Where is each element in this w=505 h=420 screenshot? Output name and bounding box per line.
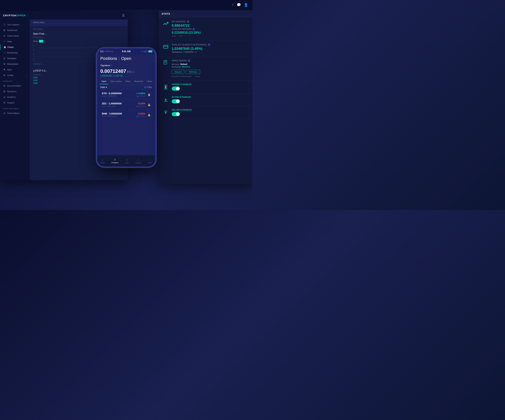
sidebar-item-stats[interactable]: ∿ Stats [0, 39, 30, 44]
carrier-name: HOPPIE [104, 50, 111, 52]
hopper-enabled-content: HOPPER IS ENABLED [172, 83, 249, 91]
sidebar-item-marketplace[interactable]: ⊟ Marketplace [0, 61, 30, 67]
positions-nav-icon: ≡ [114, 158, 116, 161]
these-are-text: These are y... [33, 36, 125, 38]
sidebar-item-backtesting[interactable]: ✓ Backtesting [0, 50, 30, 56]
nav-hoppers[interactable]: ○ Hoppers [135, 158, 142, 164]
sidebar-item-subscriptions[interactable]: ◎ Subscriptions [0, 110, 30, 116]
stats-title: STATS [162, 12, 250, 15]
hopper-arrow-icon: › [111, 64, 112, 67]
nav-positions[interactable]: ≡ Positions [112, 158, 119, 164]
home-nav-label: Home [101, 162, 105, 164]
bnb-coin: BNB · 3.00000000 [102, 112, 136, 115]
sidebar-item-questions[interactable]: ⊟ Questions [0, 89, 30, 94]
phone-bottom-nav: ⌂ Home ≡ Positions ∿ Stats ○ Hoppers ···… [97, 155, 155, 166]
phone-amount: 0.00712407 BTC ∨ 0.00020351 (+3.56 %) [97, 68, 155, 78]
strategies-icon: ◎ [3, 57, 6, 60]
user-icon[interactable]: 👤 [244, 3, 248, 7]
signal-indicator: ▌▌▌ HOPPIE ◈ [100, 50, 113, 52]
sidebar-item-config[interactable]: ⚙ Config › [0, 72, 30, 78]
moon-icon[interactable]: ☽ [231, 3, 234, 7]
desktop-topbar: CRYPTOHOPPER ☰ [0, 11, 128, 19]
phone-time: 9:41 AM [122, 50, 131, 53]
sidebar-item-support[interactable]: ⊟ Support [0, 100, 30, 105]
position-zec[interactable]: ZEC · 1.00000000 Cost: 0.0417800 - 0.24%… [100, 100, 153, 109]
date-filter[interactable]: Date ▾ [100, 86, 107, 88]
chat-icon[interactable]: 💬 [237, 3, 241, 7]
phone-frame: ▌▌▌ HOPPIE ◈ 9:41 AM ✦ 100% Positions | … [96, 47, 156, 167]
btc-invested-info[interactable]: i [187, 20, 189, 23]
btc-returns-info[interactable]: i [192, 28, 195, 31]
sidebar-item-apps[interactable]: ❖ Apps [0, 67, 30, 72]
hoppers-nav-icon: ○ [138, 158, 139, 161]
signal-bars-icon: ▌▌▌ [100, 50, 104, 52]
nav-more[interactable]: ··· More [148, 158, 152, 164]
sidebar-label-stats: Stats [7, 40, 12, 43]
date-chevron-icon: ▾ [106, 86, 107, 88]
phone-title-divider: | [119, 56, 120, 61]
hamburger-icon[interactable]: ☰ [122, 14, 125, 17]
show-label: Show [33, 40, 38, 42]
tab-open-orders[interactable]: Open orders [108, 78, 124, 84]
eth-pct: + 0.08% [136, 92, 145, 95]
positions-nav-label: Positions [112, 162, 119, 164]
desktop-logo: CRYPTOHOPPER [3, 14, 25, 17]
position-eth[interactable]: ETH · 0.25000000 Cost: 0.00530500 + 0.08… [100, 90, 153, 99]
download-icon [162, 96, 169, 103]
nav-home[interactable]: ⌂ Home [101, 158, 105, 164]
selling-toggle[interactable] [172, 112, 180, 116]
phone-filter-row: Date ▾ ⊟ Filter [97, 84, 155, 90]
dashboard-icon: ⊞ [3, 29, 6, 31]
reset-link[interactable]: reset [172, 35, 176, 37]
tab-short[interactable]: Short [124, 78, 132, 84]
no-current-text: No current... [33, 28, 125, 30]
show-button[interactable]: S [39, 40, 43, 43]
nav-stats[interactable]: ∿ Stats [125, 158, 129, 164]
filter-label: Filter [147, 86, 152, 88]
zec-age: Age: 8 min [136, 105, 145, 107]
info-link[interactable]: info [179, 35, 183, 37]
paper-trading-content: PAPER TRADING i Account: Default Exchang… [172, 59, 249, 78]
filter-button[interactable]: ⊟ Filter [145, 86, 152, 88]
academy-icon: ◎ [3, 96, 6, 98]
btc-returns-label: TOTAL BTC RETURNS: i [172, 28, 249, 31]
sidebar-item-trade-history[interactable]: ◷ Trade history [0, 33, 30, 39]
edit-link[interactable]: edit [194, 51, 197, 53]
charts-icon: ▦ [3, 46, 6, 49]
paper-info[interactable]: i [188, 59, 190, 62]
reset-paper-link[interactable]: Reset [195, 75, 200, 78]
position-bnb[interactable]: BNB · 3.00000000 Cost: 0.00696000 - 0.25… [100, 110, 153, 119]
stats-body: BTC INVESTED: i 0.88644722 TOTAL BTC RET… [158, 17, 252, 119]
sidebar-item-dashboard[interactable]: ⊞ Dashboard [0, 27, 30, 33]
deposits-withdrawals-link[interactable]: Deposits & Withdrawals [172, 75, 192, 78]
sidebar-item-academy[interactable]: ◎ Academy [0, 94, 30, 100]
buying-toggle[interactable] [172, 99, 180, 103]
apps-icon: ❖ [3, 68, 6, 71]
stat-card-btc-invested: BTC INVESTED: i 0.88644722 TOTAL BTC RET… [158, 17, 252, 40]
svg-point-8 [165, 86, 166, 88]
phone-hopper-row[interactable]: Tapoleon › [97, 63, 155, 68]
show-row: Show S [33, 40, 125, 43]
stat-card-buying-enabled: BUYING IS ENABLED [158, 93, 252, 106]
amount-change: 0.00020351 (+3.56 %) [100, 74, 152, 77]
sidebar-item-documentation[interactable]: ⊟ Documentation [0, 83, 30, 89]
tab-open[interactable]: Open [100, 78, 108, 84]
deposit-button[interactable]: Deposit [172, 70, 184, 74]
tab-reserved[interactable]: Reserved [132, 78, 145, 84]
tab-history[interactable]: Histor... [145, 78, 156, 84]
phone-positions-title: Positions [100, 56, 117, 61]
phone-positions-list: ETH · 0.25000000 Cost: 0.00530500 + 0.08… [97, 90, 155, 155]
pos-bnb-right: - 0.25% Age: 8 min [136, 112, 145, 117]
sidebar-label-documentation: Documentation [7, 85, 21, 87]
phone-wrapper: ▌▌▌ HOPPIE ◈ 9:41 AM ✦ 100% Positions | … [96, 47, 156, 167]
eth-coin: ETH · 0.25000000 [102, 92, 136, 95]
selling-enabled-label: SELLING IS ENABLED [172, 109, 249, 111]
config-icon: ⚙ [3, 74, 6, 77]
btc-assets-info[interactable]: i [208, 43, 210, 46]
sidebar-item-strategies[interactable]: ◎ Strategies [0, 56, 30, 61]
withdraw-button[interactable]: Withdraw [186, 70, 200, 74]
sidebar-item-charts[interactable]: ▦ Charts [0, 44, 30, 50]
sidebar-item-your-hoppers[interactable]: ⬡ Your hoppers [0, 22, 30, 27]
hopper-toggle[interactable] [172, 86, 180, 91]
btc-assets-content: TOTAL BTC IN ASSETS ON EXCHANGE: i 1.034… [172, 43, 249, 53]
